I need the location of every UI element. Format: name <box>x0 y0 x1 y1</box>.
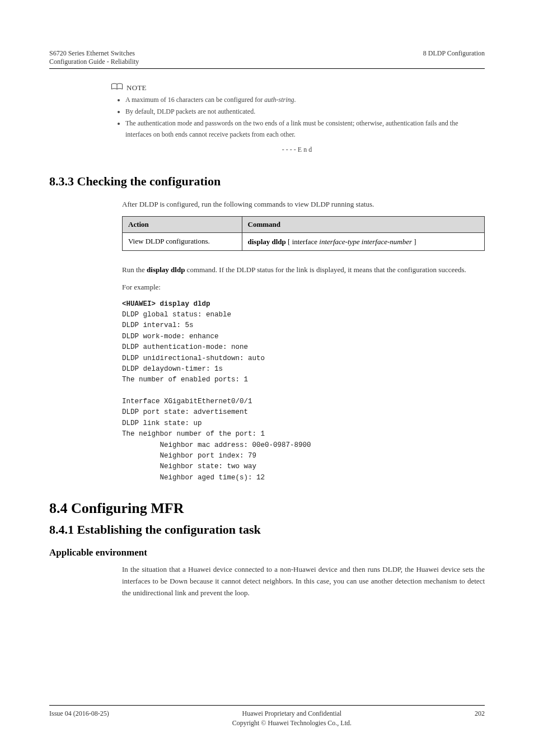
footer-center-line2: Copyright © Huawei Technologies Co., Ltd… <box>232 718 352 728</box>
footer-page-number: 202 <box>475 709 485 728</box>
page-footer: Issue 04 (2016-08-25) Huawei Proprietary… <box>49 705 485 728</box>
display-label: For example: <box>122 282 485 293</box>
note-item: The authentication mode and passwords on… <box>125 118 485 139</box>
footer-center-line1: Huawei Proprietary and Confidential <box>232 709 352 718</box>
note-item: By default, DLDP packets are not authent… <box>125 106 485 117</box>
note-list: A maximum of 16 characters can be config… <box>125 95 485 140</box>
heading-8-4-1: 8.4.1 Establishing the configuration tas… <box>49 522 485 537</box>
footer-left: Issue 04 (2016-08-25) <box>49 709 109 728</box>
footer-rule <box>49 705 485 706</box>
table-header-command: Command <box>242 216 485 232</box>
header-left-line2: Configuration Guide - Reliability <box>49 58 139 66</box>
note-label: NOTE <box>127 83 147 92</box>
heading-8-3-3: 8.3.3 Checking the configuration <box>49 174 485 189</box>
cell-command: display dldp [ interface interface-type … <box>242 232 485 251</box>
note-block: NOTE A maximum of 16 characters can be c… <box>111 82 485 154</box>
end-marker: ----End <box>111 146 485 154</box>
display-output: <HUAWEI> display dldp DLDP global status… <box>122 299 485 483</box>
book-icon <box>111 82 123 94</box>
table-row: View DLDP configurations. display dldp [… <box>123 232 485 251</box>
ae-para: In the situation that a Huawei device co… <box>122 564 485 599</box>
header-left-line1: S6720 Series Ethernet Switches <box>49 49 139 58</box>
para-display-dldp: Run the display dldp command. If the DLD… <box>122 264 485 276</box>
heading-applicable-environment: Applicable environment <box>49 547 485 558</box>
heading-8-4: 8.4 Configuring MFR <box>49 500 485 517</box>
header-right: 8 DLDP Configuration <box>423 49 485 66</box>
header-rule <box>49 68 485 69</box>
intro-para: After DLDP is configured, run the follow… <box>122 199 485 211</box>
cell-action: View DLDP configurations. <box>123 232 242 251</box>
header-left: S6720 Series Ethernet Switches Configura… <box>49 49 139 66</box>
table-header-action: Action <box>123 216 242 232</box>
command-table: Action Command View DLDP configurations.… <box>122 216 485 251</box>
note-item: A maximum of 16 characters can be config… <box>125 95 485 105</box>
